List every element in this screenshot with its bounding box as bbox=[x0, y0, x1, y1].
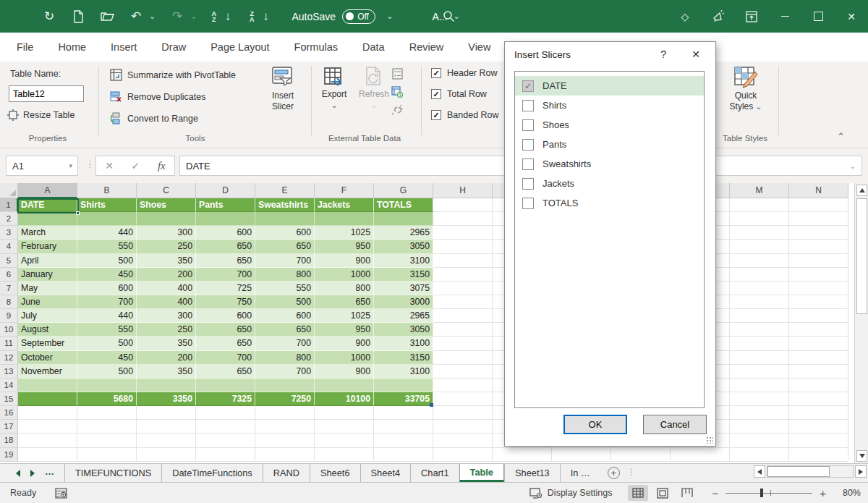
cell-M1[interactable] bbox=[730, 198, 789, 212]
tab-file[interactable]: File bbox=[4, 33, 46, 62]
column-header-A[interactable]: A bbox=[18, 183, 77, 198]
ribbon-display-options-icon[interactable] bbox=[735, 0, 768, 33]
cell-B4[interactable]: 550 bbox=[77, 240, 137, 253]
undo-icon[interactable]: ↶ bbox=[129, 9, 143, 24]
cell-A7[interactable]: May bbox=[18, 282, 77, 295]
sheet-tab-table[interactable]: Table bbox=[459, 464, 504, 482]
cell-E15[interactable]: 7250 bbox=[255, 392, 315, 406]
cell-E19[interactable] bbox=[255, 448, 315, 462]
cell-A9[interactable]: July bbox=[18, 309, 77, 323]
row-header-1[interactable]: 1 bbox=[0, 198, 18, 212]
cell-D16[interactable] bbox=[196, 406, 255, 420]
autosave-toggle[interactable]: Off bbox=[342, 9, 375, 24]
premium-diamond-icon[interactable]: ◇ bbox=[668, 0, 702, 33]
cell-A18[interactable] bbox=[18, 434, 77, 447]
cell-F11[interactable]: 900 bbox=[315, 337, 374, 350]
column-header-N[interactable]: N bbox=[789, 183, 848, 198]
collapse-ribbon-icon[interactable]: ⌃ bbox=[837, 131, 845, 142]
cell-A19[interactable] bbox=[18, 448, 77, 462]
row-header-11[interactable]: 11 bbox=[0, 337, 18, 350]
cell-N8[interactable] bbox=[789, 295, 848, 309]
cell-E5[interactable]: 700 bbox=[255, 254, 315, 268]
cell-C6[interactable]: 200 bbox=[137, 268, 196, 282]
cell-G18[interactable] bbox=[374, 434, 433, 447]
slicer-field-jackets[interactable]: Jackets bbox=[515, 174, 704, 193]
cell-G8[interactable]: 3000 bbox=[374, 295, 433, 309]
cell-G16[interactable] bbox=[374, 406, 433, 420]
cell-F9[interactable]: 1025 bbox=[315, 309, 374, 323]
tab-review[interactable]: Review bbox=[397, 33, 456, 62]
qat-customize-icon[interactable]: ⌄ bbox=[386, 12, 393, 21]
cell-D19[interactable] bbox=[196, 448, 255, 462]
cell-N13[interactable] bbox=[789, 365, 848, 379]
cell-N17[interactable] bbox=[789, 420, 848, 434]
cell-A17[interactable] bbox=[18, 420, 77, 434]
scroll-right-button[interactable] bbox=[855, 465, 867, 478]
cell-H9[interactable] bbox=[433, 309, 493, 323]
slicer-field-date[interactable]: ✓DATE bbox=[515, 76, 704, 96]
remove-duplicates-button[interactable]: Remove Duplicates bbox=[110, 90, 205, 103]
row-header-13[interactable]: 13 bbox=[0, 365, 18, 379]
slicer-field-totals[interactable]: TOTALS bbox=[515, 193, 704, 213]
sheet-tab-sheet13[interactable]: Sheet13 bbox=[504, 464, 560, 482]
open-folder-icon[interactable] bbox=[100, 9, 114, 24]
cell-G14[interactable] bbox=[374, 379, 433, 392]
cell-B15[interactable]: 5680 bbox=[77, 392, 137, 406]
cell-E4[interactable]: 650 bbox=[255, 240, 315, 253]
cell-D9[interactable]: 600 bbox=[196, 309, 255, 323]
convert-to-range-button[interactable]: Convert to Range bbox=[110, 112, 198, 124]
cell-H18[interactable] bbox=[433, 434, 493, 447]
cell-D6[interactable]: 700 bbox=[196, 268, 255, 282]
cell-G15[interactable]: 33705 bbox=[374, 392, 433, 406]
column-header-E[interactable]: E bbox=[255, 183, 315, 198]
cell-E6[interactable]: 800 bbox=[255, 268, 315, 282]
more-sheets-icon[interactable]: … bbox=[45, 466, 54, 477]
cell-B19[interactable] bbox=[77, 448, 137, 462]
zoom-slider[interactable] bbox=[726, 493, 812, 494]
dialog-resize-grip[interactable] bbox=[706, 436, 713, 444]
cell-N6[interactable] bbox=[789, 268, 848, 282]
cell-E8[interactable]: 500 bbox=[255, 295, 315, 309]
cell-N14[interactable] bbox=[789, 379, 848, 392]
cell-E11[interactable]: 700 bbox=[255, 337, 315, 350]
dialog-close-icon[interactable]: ✕ bbox=[684, 45, 708, 64]
cell-B12[interactable]: 450 bbox=[77, 351, 137, 365]
row-header-7[interactable]: 7 bbox=[0, 282, 18, 295]
cell-F2[interactable] bbox=[315, 212, 374, 226]
cell-H6[interactable] bbox=[433, 268, 493, 282]
cell-N4[interactable] bbox=[789, 240, 848, 253]
cell-E13[interactable]: 700 bbox=[255, 365, 315, 379]
cell-H14[interactable] bbox=[433, 379, 493, 392]
dialog-help-icon[interactable]: ? bbox=[660, 48, 666, 60]
cell-N3[interactable] bbox=[789, 226, 848, 240]
normal-view-button[interactable] bbox=[628, 485, 648, 501]
cell-H5[interactable] bbox=[433, 254, 493, 268]
sync-icon[interactable]: ↻ bbox=[42, 9, 56, 24]
ok-button[interactable]: OK bbox=[563, 415, 627, 434]
horizontal-scrollbar[interactable] bbox=[754, 465, 867, 478]
scroll-down-button[interactable] bbox=[856, 450, 867, 462]
cell-D14[interactable] bbox=[196, 379, 255, 392]
cell-M14[interactable] bbox=[730, 379, 789, 392]
cell-D18[interactable] bbox=[196, 434, 255, 447]
row-header-2[interactable]: 2 bbox=[0, 212, 18, 226]
cell-A11[interactable]: September bbox=[18, 337, 77, 350]
column-header-D[interactable]: D bbox=[196, 183, 255, 198]
cell-F19[interactable] bbox=[315, 448, 374, 462]
sheet-tab-timefunctions[interactable]: TIMEFUNCTIONS bbox=[64, 464, 161, 482]
cell-B13[interactable]: 500 bbox=[77, 365, 137, 379]
cell-N9[interactable] bbox=[789, 309, 848, 323]
cell-E1[interactable]: Sweatshirts bbox=[255, 198, 315, 212]
row-header-4[interactable]: 4 bbox=[0, 240, 18, 253]
autosave-control[interactable]: AutoSave Off ⌄ bbox=[292, 9, 393, 24]
cell-A2[interactable] bbox=[18, 212, 77, 226]
horizontal-scroll-track[interactable] bbox=[767, 465, 854, 478]
cell-F7[interactable]: 800 bbox=[315, 282, 374, 295]
cell-L19[interactable] bbox=[671, 448, 730, 462]
cell-E10[interactable]: 650 bbox=[255, 323, 315, 337]
vertical-scroll-thumb[interactable] bbox=[856, 198, 867, 314]
sheet-tab-sheet6[interactable]: Sheet6 bbox=[310, 464, 360, 482]
cell-C2[interactable] bbox=[137, 212, 196, 226]
cell-F3[interactable]: 1025 bbox=[315, 226, 374, 240]
zoom-in-icon[interactable]: + bbox=[820, 487, 826, 499]
